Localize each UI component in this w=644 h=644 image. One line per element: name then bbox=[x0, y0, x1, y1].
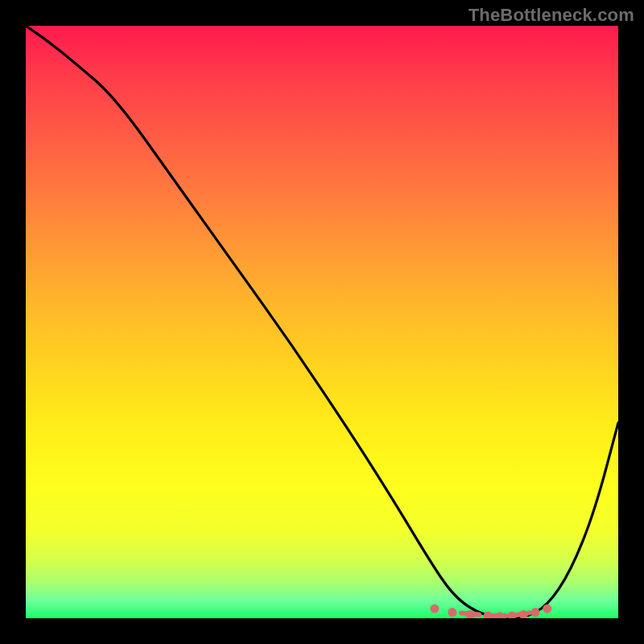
trough-dash bbox=[461, 613, 479, 614]
trough-dot bbox=[531, 608, 540, 617]
trough-dot bbox=[448, 608, 456, 617]
curve-svg bbox=[26, 26, 618, 618]
trough-dot bbox=[543, 605, 551, 613]
watermark-text: TheBottleneck.com bbox=[469, 5, 634, 26]
trough-dash bbox=[514, 613, 529, 615]
trough-dot bbox=[430, 605, 439, 613]
plot-area bbox=[26, 26, 618, 618]
trough-markers bbox=[430, 605, 551, 618]
chart-container: TheBottleneck.com bbox=[0, 0, 644, 644]
curve-path bbox=[26, 26, 618, 618]
